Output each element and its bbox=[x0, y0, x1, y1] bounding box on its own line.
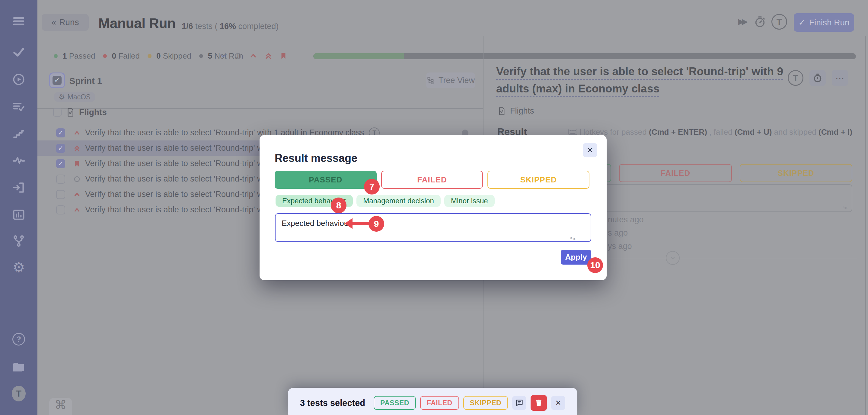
timer-button[interactable] bbox=[809, 70, 826, 86]
fast-forward-icon[interactable]: ▶▶ bbox=[738, 17, 745, 26]
finish-run-button[interactable]: ✓ Finish Run bbox=[794, 13, 854, 32]
notrun-dot bbox=[199, 54, 203, 58]
file-icon bbox=[66, 108, 75, 117]
run-progress-summary: 1/6 tests ( 16% completed) bbox=[182, 22, 279, 31]
page-title: Manual Run bbox=[98, 15, 176, 31]
priority-bookmark-icon bbox=[72, 158, 82, 169]
modal-quick-tags: Expected behaviour Management decision M… bbox=[276, 195, 495, 207]
test-checkbox[interactable] bbox=[56, 190, 65, 199]
runs-button-label: Runs bbox=[59, 18, 79, 27]
modal-message-field[interactable]: Expected behaviour bbox=[275, 213, 591, 242]
settings-gear-icon[interactable]: ⚙ bbox=[12, 260, 26, 274]
select-all-checkbox[interactable]: ✓ bbox=[49, 72, 65, 88]
test-checkbox[interactable] bbox=[56, 175, 65, 184]
modal-failed-button[interactable]: FAILED bbox=[381, 171, 483, 189]
keyboard-icon bbox=[568, 128, 577, 136]
check-icon: ✓ bbox=[798, 18, 805, 28]
plans-list-icon[interactable] bbox=[12, 100, 26, 114]
tag-management-decision[interactable]: Management decision bbox=[356, 195, 441, 207]
folder-row-flights[interactable]: Flights bbox=[53, 106, 107, 118]
modal-close-button[interactable]: ✕ bbox=[583, 143, 597, 157]
tree-icon bbox=[427, 76, 435, 85]
branch-icon[interactable] bbox=[12, 234, 26, 248]
caret-up-icon[interactable] bbox=[249, 51, 258, 60]
modal-status-buttons: PASSED FAILED SKIPPED bbox=[275, 171, 589, 189]
import-icon[interactable] bbox=[12, 181, 26, 195]
priority-filter-icons bbox=[218, 51, 288, 61]
bulk-passed-button[interactable]: PASSED bbox=[374, 396, 416, 410]
modal-skipped-button[interactable]: SKIPPED bbox=[488, 171, 589, 189]
comment-icon bbox=[515, 399, 524, 407]
command-shortcut-button[interactable]: ⌘ bbox=[49, 398, 72, 415]
annotation-badge-7: 7 bbox=[364, 179, 380, 195]
expand-history-button[interactable] bbox=[666, 251, 680, 265]
close-icon: ✕ bbox=[587, 146, 593, 155]
failed-button[interactable]: FAILED bbox=[619, 164, 732, 182]
history-item: nutes ago bbox=[608, 215, 644, 225]
run-stats: 1 Passed 0 Failed 0 Skipped 5 Not Run bbox=[54, 51, 246, 61]
skipped-button[interactable]: SKIPPED bbox=[740, 164, 852, 182]
projects-folder-icon[interactable] bbox=[12, 359, 26, 373]
modal-passed-button[interactable]: PASSED bbox=[275, 171, 377, 189]
reports-chart-icon[interactable] bbox=[12, 208, 26, 222]
sidebar: ⚙ ? T bbox=[0, 0, 37, 415]
comment-button[interactable] bbox=[512, 396, 526, 410]
test-detail-actions: T ⋯ bbox=[788, 70, 848, 86]
testomat-test-icon[interactable]: T bbox=[788, 70, 803, 86]
more-options-button[interactable]: ⋯ bbox=[832, 70, 848, 86]
test-detail-folder-label: Flights bbox=[510, 106, 534, 116]
delete-button[interactable] bbox=[531, 395, 547, 411]
back-to-runs-button[interactable]: « Runs bbox=[42, 14, 89, 31]
test-detail-title[interactable]: Verify that the user is able to select '… bbox=[496, 63, 801, 97]
help-icon[interactable]: ? bbox=[12, 332, 26, 346]
suite-title: Sprint 1 bbox=[69, 76, 102, 86]
finish-run-label: Finish Run bbox=[809, 18, 849, 28]
modal-title: Result message bbox=[275, 152, 357, 165]
runs-play-icon[interactable] bbox=[12, 72, 26, 86]
tree-view-label: Tree View bbox=[438, 76, 475, 85]
scrollbar[interactable] bbox=[865, 36, 866, 415]
run-progress-bar bbox=[313, 53, 856, 59]
test-title: Verify that the user is able to select '… bbox=[85, 190, 263, 199]
apply-button[interactable]: Apply bbox=[561, 250, 591, 265]
priority-high-icon bbox=[72, 189, 82, 200]
circle-priority-icon[interactable] bbox=[234, 51, 243, 60]
timer-icon[interactable] bbox=[754, 16, 766, 29]
history-item: s ago bbox=[608, 228, 628, 238]
steps-icon[interactable] bbox=[12, 126, 26, 141]
command-icon: ⌘ bbox=[55, 398, 67, 412]
run-progress-fill bbox=[313, 53, 404, 59]
passed-dot bbox=[54, 54, 58, 58]
bookmark-icon[interactable] bbox=[279, 51, 288, 60]
folder-label: Flights bbox=[79, 108, 107, 117]
activity-icon[interactable] bbox=[12, 153, 26, 167]
double-caret-up-icon[interactable] bbox=[264, 51, 273, 60]
folder-checkbox[interactable] bbox=[53, 108, 62, 117]
testomat-badge-icon[interactable]: T bbox=[771, 14, 787, 30]
tag-minor-issue[interactable]: Minor issue bbox=[444, 195, 495, 207]
bulk-failed-button[interactable]: FAILED bbox=[420, 396, 459, 410]
tree-view-button[interactable]: Tree View bbox=[426, 72, 475, 88]
priority-high-icon bbox=[72, 128, 82, 138]
test-checkbox[interactable]: ✓ bbox=[56, 159, 65, 168]
result-message-modal: ✕ Result message PASSED FAILED SKIPPED E… bbox=[259, 135, 607, 280]
trash-icon bbox=[535, 399, 542, 407]
more-icon: ⋯ bbox=[835, 73, 844, 83]
failed-dot bbox=[103, 54, 107, 58]
test-checkbox[interactable] bbox=[56, 205, 65, 214]
environment-tag[interactable]: ⚙ MacOS bbox=[54, 92, 95, 102]
test-checkbox[interactable]: ✓ bbox=[56, 128, 65, 138]
testomat-logo-icon[interactable]: T bbox=[12, 387, 26, 401]
resize-handle[interactable]: ⫽ bbox=[568, 237, 577, 240]
tests-check-icon[interactable] bbox=[12, 45, 26, 59]
resize-handle[interactable]: ⫽ bbox=[841, 207, 849, 210]
file-icon bbox=[497, 107, 506, 115]
bulk-skipped-button[interactable]: SKIPPED bbox=[463, 396, 508, 410]
skipped-dot bbox=[148, 54, 152, 58]
bulk-close-button[interactable]: ✕ bbox=[551, 396, 565, 410]
test-checkbox[interactable]: ✓ bbox=[56, 144, 65, 153]
environment-label: MacOS bbox=[68, 93, 91, 101]
menu-icon[interactable] bbox=[12, 14, 26, 28]
priority-normal-icon bbox=[72, 174, 82, 184]
chevron-down-icon[interactable] bbox=[218, 51, 227, 60]
